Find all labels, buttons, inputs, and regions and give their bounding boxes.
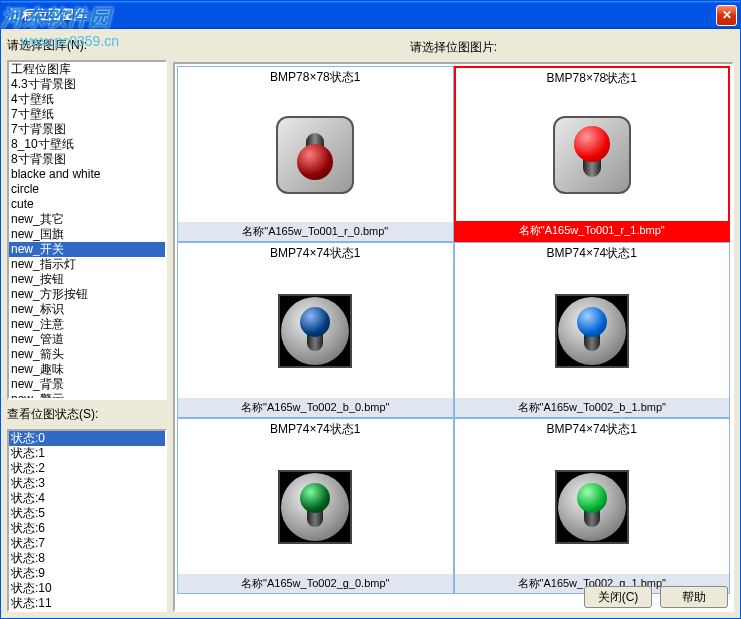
state-listbox[interactable]: 状态:0状态:1状态:2状态:3状态:4状态:5状态:6状态:7状态:8状态:9… xyxy=(7,429,167,612)
help-button[interactable]: 帮助 xyxy=(660,586,728,608)
state-item[interactable]: 状态:6 xyxy=(9,521,165,536)
footer-buttons: 关闭(C) 帮助 xyxy=(584,586,728,608)
close-button[interactable]: 关闭(C) xyxy=(584,586,652,608)
state-item[interactable]: 状态:5 xyxy=(9,506,165,521)
state-item[interactable]: 状态:8 xyxy=(9,551,165,566)
cell-header: BMP74×74状态1 xyxy=(547,419,637,440)
cell-image xyxy=(278,440,352,574)
state-item[interactable]: 状态:10 xyxy=(9,581,165,596)
library-item[interactable]: 7寸背景图 xyxy=(9,122,165,137)
dialog-window: 工程位图图库 ✕ 河东软件园 www.pc0359.cn 请选择图库(N): 工… xyxy=(0,0,741,619)
library-item[interactable]: blacke and white xyxy=(9,167,165,182)
library-item[interactable]: new_背景 xyxy=(9,377,165,392)
image-grid-container[interactable]: BMP78×78状态1名称"A165w_To001_r_0.bmp"BMP78×… xyxy=(173,62,734,612)
state-item[interactable]: 状态:0 xyxy=(9,431,165,446)
image-cell[interactable]: BMP74×74状态1名称"A165w_To002_b_0.bmp" xyxy=(177,242,454,418)
image-cell[interactable]: BMP78×78状态1名称"A165w_To001_r_1.bmp" xyxy=(454,66,731,242)
toggle-switch-icon xyxy=(278,470,352,544)
image-cell[interactable]: BMP74×74状态1名称"A165w_To002_g_1.bmp" xyxy=(454,418,731,594)
cell-filename: 名称"A165w_To001_r_1.bmp" xyxy=(456,221,729,240)
cell-image xyxy=(553,89,631,221)
state-item[interactable]: 状态:2 xyxy=(9,461,165,476)
cell-image xyxy=(278,264,352,398)
state-item[interactable]: 状态:7 xyxy=(9,536,165,551)
image-cell[interactable]: BMP74×74状态1名称"A165w_To002_g_0.bmp" xyxy=(177,418,454,594)
library-listbox[interactable]: 工程位图库4.3寸背景图4寸壁纸7寸壁纸7寸背景图8_10寸壁纸8寸背景图bla… xyxy=(7,60,167,400)
toggle-switch-icon xyxy=(553,116,631,194)
cell-header: BMP74×74状态1 xyxy=(270,243,360,264)
cell-filename: 名称"A165w_To002_g_0.bmp" xyxy=(178,574,453,593)
library-item[interactable]: new_标识 xyxy=(9,302,165,317)
cell-header: BMP74×74状态1 xyxy=(547,243,637,264)
image-cell[interactable]: BMP74×74状态1名称"A165w_To002_b_1.bmp" xyxy=(454,242,731,418)
library-item[interactable]: new_指示灯 xyxy=(9,257,165,272)
library-item[interactable]: new_其它 xyxy=(9,212,165,227)
library-item[interactable]: new_方形按钮 xyxy=(9,287,165,302)
library-item[interactable]: 7寸壁纸 xyxy=(9,107,165,122)
image-select-label: 请选择位图图片: xyxy=(173,35,734,62)
library-item[interactable]: 4寸壁纸 xyxy=(9,92,165,107)
cell-filename: 名称"A165w_To002_b_0.bmp" xyxy=(178,398,453,417)
window-title: 工程位图图库 xyxy=(9,6,87,24)
cell-filename: 名称"A165w_To002_b_1.bmp" xyxy=(455,398,730,417)
state-label: 查看位图状态(S): xyxy=(7,404,167,425)
state-item[interactable]: 状态:11 xyxy=(9,596,165,611)
library-item[interactable]: 8寸背景图 xyxy=(9,152,165,167)
library-item[interactable]: circle xyxy=(9,182,165,197)
cell-header: BMP74×74状态1 xyxy=(270,419,360,440)
toggle-switch-icon xyxy=(276,116,354,194)
toggle-switch-icon xyxy=(555,294,629,368)
left-column: 请选择图库(N): 工程位图库4.3寸背景图4寸壁纸7寸壁纸7寸背景图8_10寸… xyxy=(7,35,167,612)
right-column: 请选择位图图片: BMP78×78状态1名称"A165w_To001_r_0.b… xyxy=(173,35,734,612)
cell-image xyxy=(555,440,629,574)
close-icon[interactable]: ✕ xyxy=(716,5,737,26)
state-item[interactable]: 状态:1 xyxy=(9,446,165,461)
library-item[interactable]: new_箭头 xyxy=(9,347,165,362)
image-grid: BMP78×78状态1名称"A165w_To001_r_0.bmp"BMP78×… xyxy=(177,66,730,594)
library-item[interactable]: new_管道 xyxy=(9,332,165,347)
titlebar[interactable]: 工程位图图库 ✕ xyxy=(1,1,740,29)
toggle-switch-icon xyxy=(278,294,352,368)
library-item[interactable]: new_国旗 xyxy=(9,227,165,242)
cell-image xyxy=(276,88,354,222)
state-item[interactable]: 状态:9 xyxy=(9,566,165,581)
library-item[interactable]: new_按钮 xyxy=(9,272,165,287)
toggle-switch-icon xyxy=(555,470,629,544)
cell-image xyxy=(555,264,629,398)
library-item[interactable]: new_警示 xyxy=(9,392,165,400)
library-item[interactable]: new_趣味 xyxy=(9,362,165,377)
library-item[interactable]: new_注意 xyxy=(9,317,165,332)
state-item[interactable]: 状态:12 xyxy=(9,611,165,612)
library-item[interactable]: cute xyxy=(9,197,165,212)
library-label: 请选择图库(N): xyxy=(7,35,167,56)
cell-filename: 名称"A165w_To001_r_0.bmp" xyxy=(178,222,453,241)
library-item[interactable]: 工程位图库 xyxy=(9,62,165,77)
library-item[interactable]: new_开关 xyxy=(9,242,165,257)
library-item[interactable]: 8_10寸壁纸 xyxy=(9,137,165,152)
library-item[interactable]: 4.3寸背景图 xyxy=(9,77,165,92)
cell-header: BMP78×78状态1 xyxy=(547,68,637,89)
content-area: 请选择图库(N): 工程位图库4.3寸背景图4寸壁纸7寸壁纸7寸背景图8_10寸… xyxy=(1,29,740,618)
state-item[interactable]: 状态:3 xyxy=(9,476,165,491)
cell-header: BMP78×78状态1 xyxy=(270,67,360,88)
state-item[interactable]: 状态:4 xyxy=(9,491,165,506)
image-cell[interactable]: BMP78×78状态1名称"A165w_To001_r_0.bmp" xyxy=(177,66,454,242)
